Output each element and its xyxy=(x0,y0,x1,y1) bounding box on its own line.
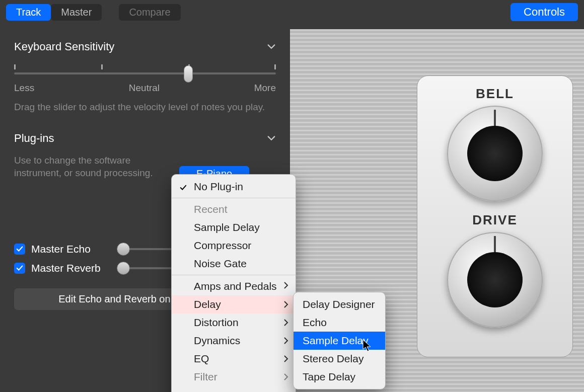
menu-delay[interactable]: Delay xyxy=(172,295,296,313)
tab-track[interactable]: Track xyxy=(6,4,51,21)
plugin-menu: No Plug-in Recent Sample Delay Compresso… xyxy=(171,174,296,392)
plugins-desc: Use to change the software instrument, o… xyxy=(14,154,170,180)
menu-dynamics[interactable]: Dynamics xyxy=(172,332,296,350)
chevron-right-icon xyxy=(283,279,288,291)
track-master-segment: Track Master xyxy=(6,4,102,21)
menu-amps-pedals[interactable]: Amps and Pedals xyxy=(172,275,296,295)
menu-no-plugin[interactable]: No Plug-in xyxy=(172,178,296,196)
sensitivity-slider[interactable]: Less Neutral More xyxy=(14,64,276,94)
chevron-right-icon xyxy=(283,353,288,365)
topbar: Track Master Compare Controls xyxy=(0,0,584,24)
knob-drive[interactable] xyxy=(447,232,543,328)
section-keyboard-sensitivity: Keyboard Sensitivity xyxy=(14,40,114,53)
checkbox-master-reverb[interactable] xyxy=(14,263,25,274)
menu-recent-compressor[interactable]: Compressor xyxy=(172,237,296,255)
menu-group-recent: Recent xyxy=(172,198,296,218)
menu-distortion[interactable]: Distortion xyxy=(172,313,296,332)
section-plugins: Plug-ins xyxy=(14,132,54,145)
knob-panel: BELL DRIVE xyxy=(417,75,573,357)
slider-label-more: More xyxy=(254,83,276,94)
submenu-echo[interactable]: Echo xyxy=(294,313,385,332)
controls-button[interactable]: Controls xyxy=(510,3,578,21)
checkbox-master-echo[interactable] xyxy=(14,244,25,255)
slider-thumb[interactable] xyxy=(184,65,193,83)
slider-label-neutral: Neutral xyxy=(129,83,160,94)
chevron-right-icon xyxy=(283,335,288,347)
chevron-down-icon[interactable] xyxy=(267,134,276,143)
sensitivity-hint: Drag the slider to adjust the velocity l… xyxy=(14,101,276,114)
menu-eq[interactable]: EQ xyxy=(172,350,296,368)
chevron-down-icon[interactable] xyxy=(267,42,276,51)
menu-filter[interactable]: Filter xyxy=(172,368,296,386)
menu-recent-sample-delay[interactable]: Sample Delay xyxy=(172,218,296,237)
knob-bell[interactable] xyxy=(447,106,543,201)
knob-label-drive: DRIVE xyxy=(472,212,517,228)
menu-scroll-down[interactable] xyxy=(172,386,296,392)
tab-master[interactable]: Master xyxy=(51,4,102,21)
chevron-right-icon xyxy=(283,298,288,310)
chevron-right-icon xyxy=(283,371,288,383)
label-master-echo: Master Echo xyxy=(31,243,107,255)
check-icon xyxy=(180,182,187,194)
chevron-right-icon xyxy=(283,317,288,329)
submenu-delay-designer[interactable]: Delay Designer xyxy=(294,295,385,313)
label-master-reverb: Master Reverb xyxy=(31,262,107,274)
cursor-icon xyxy=(362,339,373,354)
slider-label-less: Less xyxy=(14,83,34,94)
compare-button[interactable]: Compare xyxy=(119,4,180,21)
menu-recent-noise-gate[interactable]: Noise Gate xyxy=(172,255,296,273)
submenu-tape-delay[interactable]: Tape Delay xyxy=(294,368,385,386)
knob-label-bell: BELL xyxy=(476,86,514,102)
